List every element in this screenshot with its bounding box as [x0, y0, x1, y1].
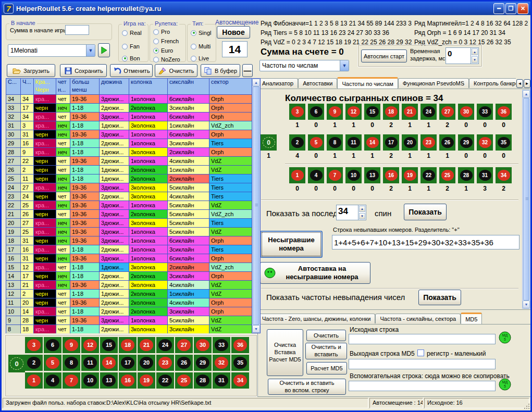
board-cell[interactable]: 4: [44, 372, 61, 389]
frequencies-scrollbar[interactable]: ▲ ▼: [522, 90, 530, 309]
board-cell[interactable]: 16: [119, 372, 137, 389]
board-cell[interactable]: 33: [213, 337, 230, 353]
table-row[interactable]: 2427кра...неч19-363дюжи...3колонка5сикла…: [6, 183, 252, 192]
frequency-number-cell[interactable]: 1: [289, 167, 305, 183]
frequency-number-cell[interactable]: 15: [364, 104, 380, 120]
show-button[interactable]: Показать: [404, 204, 447, 220]
board-cell[interactable]: 1: [25, 372, 43, 389]
mode-combobox[interactable]: Частоты по числам ▼: [259, 60, 349, 71]
board-cell[interactable]: 14: [100, 355, 118, 371]
board-cell[interactable]: 18: [119, 337, 137, 353]
scroll-down-icon[interactable]: ▼: [252, 325, 260, 333]
frequency-zero-cell[interactable]: 0: [261, 134, 277, 151]
frequency-number-cell[interactable]: 18: [383, 104, 399, 120]
tab-scroll-right-icon[interactable]: ►: [524, 79, 530, 88]
unplayed-numbers-button[interactable]: Несыгравшие номера: [260, 231, 323, 258]
board-cell[interactable]: 3: [25, 337, 43, 353]
table-row[interactable]: 289кра...неч1-181дюжи...3колонка2сиклайн…: [6, 147, 252, 156]
radio-french[interactable]: French: [153, 38, 179, 44]
table-row[interactable]: 1120чернчет19-362дюжи...2колонка4сиклайн…: [6, 298, 252, 307]
close-button[interactable]: ✕: [517, 3, 528, 14]
radio-fan[interactable]: Fan: [122, 43, 140, 49]
table-row[interactable]: 2722чернчет19-362дюжи...1колонка4сиклайн…: [6, 156, 252, 165]
md5-output-input[interactable]: [349, 359, 496, 369]
board-cell[interactable]: 36: [231, 337, 249, 353]
frequency-number-cell[interactable]: 16: [383, 167, 399, 183]
show-last-spinner[interactable]: 34 ▲▼: [336, 205, 366, 220]
radio-bon[interactable]: Bon: [122, 55, 140, 61]
board-cell[interactable]: 24: [156, 337, 174, 353]
board-cell[interactable]: 29: [194, 355, 212, 371]
frequency-number-cell[interactable]: 27: [439, 104, 455, 120]
tab-main-3[interactable]: Частоты по числам: [337, 77, 398, 89]
scrollbar-thumb[interactable]: [523, 98, 529, 301]
start-sum-input[interactable]: [65, 25, 89, 35]
frequency-number-cell[interactable]: 14: [364, 134, 380, 151]
frequency-number-cell[interactable]: 36: [496, 104, 512, 120]
scroll-down-icon[interactable]: ▼: [523, 301, 530, 308]
tab-scroll-left-icon[interactable]: ◄: [516, 79, 523, 88]
board-cell[interactable]: 22: [156, 372, 174, 389]
table-row[interactable]: 3234кра...чет19-363дюжи...1колонка6сикла…: [6, 112, 252, 121]
frequency-number-cell[interactable]: 28: [458, 167, 474, 183]
toolbar-minus-button[interactable]: —: [242, 64, 253, 77]
board-cell[interactable]: 6: [44, 337, 61, 353]
board-cell[interactable]: 9: [63, 337, 80, 353]
frequency-number-cell[interactable]: 21: [402, 104, 418, 120]
spin-up-icon[interactable]: ▲: [472, 48, 478, 55]
board-cell[interactable]: 28: [194, 372, 212, 389]
table-row[interactable]: 2324чернчет19-362дюжи...3колонка4сиклайн…: [6, 192, 252, 201]
board-cell[interactable]: 12: [81, 337, 99, 353]
table-row[interactable]: 122чернчет1-181дюжи...2колонка1сиклайнVd…: [6, 289, 252, 298]
board-cell[interactable]: 35: [231, 355, 249, 371]
chevron-down-icon[interactable]: ▼: [340, 60, 349, 71]
toolbar-floppy-button[interactable]: Сохранить: [60, 64, 107, 77]
frequency-number-cell[interactable]: 22: [420, 167, 437, 183]
board-cell[interactable]: 32: [213, 355, 230, 371]
frequency-number-cell[interactable]: 8: [327, 134, 343, 151]
radio-euro[interactable]: Euro: [153, 47, 173, 54]
miss-frequency-show-button[interactable]: Показать: [418, 290, 461, 305]
tab-main-2[interactable]: Автоставки: [298, 78, 337, 88]
tab-main-1[interactable]: Анализатор: [257, 78, 298, 88]
board-cell[interactable]: 10: [81, 372, 99, 389]
table-row[interactable]: 1512кра...чет1-181дюжи...3колонка2сиклай…: [6, 263, 252, 271]
frequency-number-cell[interactable]: 7: [327, 167, 343, 183]
delay-spinner[interactable]: 0 ▲▼: [446, 47, 479, 64]
board-cell[interactable]: 13: [100, 372, 118, 389]
tab-bottom-2[interactable]: Частота - сиклайны, сектора: [375, 314, 461, 323]
board-cell[interactable]: 31: [213, 372, 230, 389]
frequency-number-cell[interactable]: 20: [402, 134, 418, 151]
md5-source-input[interactable]: [349, 334, 496, 344]
table-row[interactable]: 2511черннеч1-181дюжи...2колонка2сиклайнT…: [6, 174, 252, 183]
resize-grip[interactable]: [523, 403, 530, 409]
board-cell[interactable]: 25: [175, 372, 193, 389]
frequency-number-cell[interactable]: 11: [345, 134, 362, 151]
board-zero-cell[interactable]: 0: [8, 355, 25, 372]
table-row[interactable]: 3434кра...чет19-363дюжи...1колонка6сикла…: [6, 94, 252, 103]
md5-aux-calc-icon[interactable]: МД5: [498, 378, 512, 393]
frequency-number-cell[interactable]: 23: [420, 134, 437, 151]
scrollbar-thumb[interactable]: [253, 86, 259, 325]
tab-main-5[interactable]: Контроль банкро: [469, 78, 516, 88]
board-cell[interactable]: 34: [231, 372, 249, 389]
table-row[interactable]: 3031черннеч19-363дюжи...1колонка6сиклайн…: [6, 130, 252, 139]
table-row[interactable]: 1631черннеч19-363дюжи...1колонка6сиклайн…: [6, 254, 252, 263]
minimize-button[interactable]: ━: [493, 3, 504, 14]
autobet-unplayed-button[interactable]: Автоставка на несыгравшие номера: [260, 262, 370, 284]
toolbar-copy-button[interactable]: В буфер: [201, 64, 240, 77]
table-row[interactable]: 2916кра...чет1-182дюжи...1колонка3сиклай…: [6, 139, 252, 147]
new-button[interactable]: Новое: [217, 26, 250, 39]
radio-real[interactable]: Real: [122, 30, 142, 36]
table-row[interactable]: 2027кра...неч19-363дюжи...3колонка5сикла…: [6, 218, 252, 227]
board-cell[interactable]: 5: [44, 355, 61, 371]
md5-calc-button[interactable]: Расчет MD5: [306, 362, 347, 374]
table-row[interactable]: 1925кра...неч19-363дюжи...1колонка5сикла…: [6, 227, 252, 236]
tab-main-4[interactable]: Функционал PsevdoMS: [398, 78, 469, 88]
board-cell[interactable]: 19: [138, 372, 155, 389]
board-cell[interactable]: 17: [119, 355, 137, 371]
board-cell[interactable]: 8: [63, 355, 80, 371]
chevron-down-icon[interactable]: ▼: [86, 45, 95, 56]
table-row[interactable]: 1321кра...неч19-362дюжи...3колонка4сикла…: [6, 280, 252, 289]
radio-singl[interactable]: Singl: [191, 30, 211, 36]
